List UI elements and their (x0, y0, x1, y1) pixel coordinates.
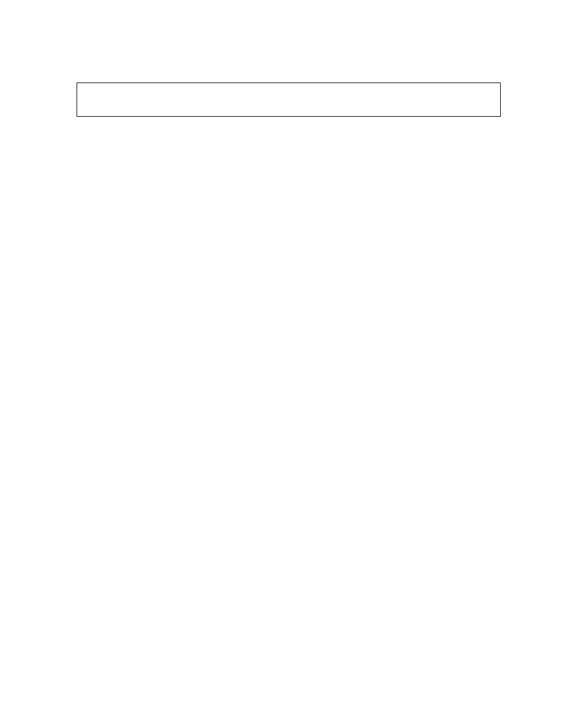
empty-box (77, 83, 501, 117)
